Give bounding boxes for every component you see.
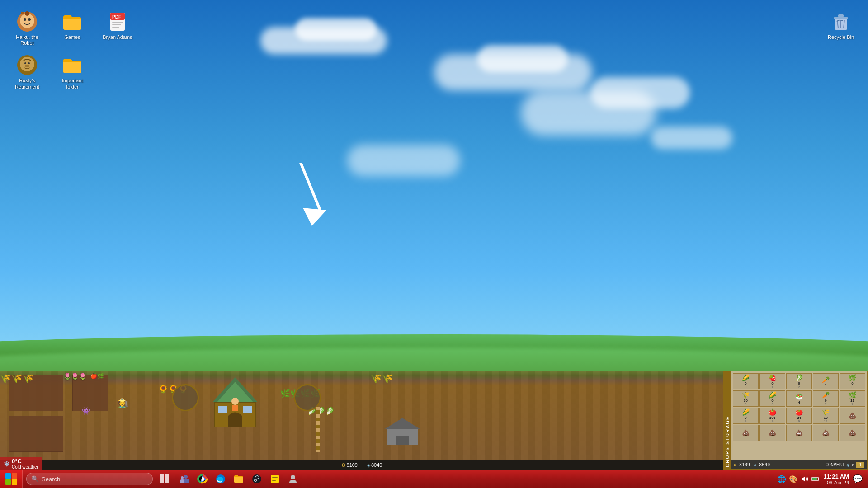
rustys-label: Rusty's Retirement [15, 78, 39, 89]
clock-time: 11:21 AM [823, 473, 849, 480]
barn [208, 375, 262, 429]
crop-icon-10: 🌽 [742, 408, 750, 416]
ladder [316, 407, 320, 452]
svg-text:PDF: PDF [112, 14, 121, 19]
crop-sub-6: 5 [772, 403, 774, 406]
crop-slot-9: 🌿 11 7 [840, 390, 865, 407]
svg-rect-33 [396, 436, 409, 445]
currency-2-hud: ◈ 8040 [754, 462, 770, 467]
task-view-button[interactable] [156, 471, 173, 487]
crop-icon-13: 🌾 [822, 408, 830, 416]
merchant-area [384, 416, 420, 447]
currency-1-value: 8109 [347, 462, 358, 468]
crop-count-13: 10 [824, 416, 828, 420]
taskbar-steam[interactable] [249, 471, 265, 487]
crop-sub-11: 9 [772, 420, 774, 423]
crop-slot-12: 🍅 24 9 [786, 408, 812, 424]
character-1: 🧑‍🌾 [118, 398, 129, 408]
svg-rect-40 [160, 479, 164, 483]
crop-sub-8: 7 [825, 403, 827, 406]
svg-marker-32 [384, 418, 420, 429]
crop-icon-7: 🥗 [795, 393, 803, 400]
crop-icon-0: 🌽 [742, 374, 750, 381]
start-button[interactable] [0, 470, 23, 488]
convert-separator: × [852, 462, 854, 467]
crop-count-4: 0 [851, 381, 853, 385]
svg-rect-19 [838, 14, 844, 17]
task-view-icon [160, 474, 170, 484]
crop-count-11: 101 [769, 416, 775, 420]
crop-icon-18: 💩 [822, 429, 830, 436]
crop-icon-16: 💩 [769, 429, 776, 436]
desktop-icon-bryan-adams[interactable]: PDF Bryan Adams [99, 9, 136, 48]
svg-rect-27 [218, 406, 227, 413]
crop-slot-3: 🥕 1 [813, 373, 839, 389]
clock-area[interactable]: 11:21 AM 06-Apr-24 [823, 473, 849, 485]
taskbar-teams[interactable] [176, 471, 193, 487]
desktop-icon-important-folder[interactable]: Important folder [54, 52, 90, 91]
svg-rect-39 [165, 474, 169, 479]
crop-icon-14: 💩 [849, 412, 856, 419]
crop-slot-8: 🥕 0 7 [813, 390, 839, 407]
svg-marker-21 [303, 208, 326, 226]
chrome-icon [197, 474, 208, 484]
crop-slot-4: 🌿 0 3 [840, 373, 865, 389]
taskbar-account[interactable] [285, 471, 301, 487]
taskbar-explorer[interactable] [231, 471, 247, 487]
crop-icon-12: 🍅 [795, 408, 803, 416]
taskbar: 🔍 Search [0, 470, 868, 488]
svg-rect-30 [232, 405, 238, 411]
notes-icon [269, 474, 280, 484]
crop-slot-15: 💩 [733, 425, 759, 441]
cloud-7 [651, 127, 732, 149]
plant-1: 🌷🌷🌷 [63, 373, 86, 380]
crop-count-7: 4 [798, 400, 800, 404]
crop-icon-2: 🥬 [795, 374, 803, 381]
crop-slot-10: 🌽 0 9 [733, 408, 759, 424]
currency-2-stat: ◈ 8040 [367, 462, 382, 468]
game-area: 🌷🌷🌷 🍎🌿 🌻🌻🌻 [0, 371, 868, 470]
tray-network-icon[interactable]: 🌐 [777, 475, 786, 483]
convert-bar: ⚙ 8109 ◈ 8040 CONVERT ◈ × 1 [731, 460, 867, 469]
taskbar-notes[interactable] [267, 471, 283, 487]
recycle-bin-icon[interactable]: Recycle Bin [823, 9, 859, 42]
svg-rect-9 [112, 22, 123, 23]
desktop-icon-rustys-retirement[interactable]: Rusty's Retirement [9, 52, 45, 91]
svg-rect-45 [180, 479, 184, 483]
desktop-icon-games[interactable]: Games [54, 9, 90, 48]
gem-icon: ◈ [367, 462, 370, 468]
cloud-2 [295, 18, 377, 41]
taskbar-apps [176, 471, 301, 487]
crop-sub-13: 12 [824, 420, 828, 423]
cloud-8 [347, 145, 460, 176]
svg-rect-58 [818, 478, 819, 480]
crop-count-3: 1 [825, 383, 826, 387]
taskbar-edge[interactable] [212, 471, 229, 487]
soil-patch-2 [72, 375, 108, 411]
crop-icon-4: 🌿 [849, 374, 856, 381]
search-bar[interactable]: 🔍 Search [26, 473, 153, 485]
haiku-icon [16, 11, 38, 33]
games-label: Games [64, 34, 80, 40]
thresher-1 [172, 384, 199, 411]
convert-button[interactable]: 1 [856, 462, 864, 468]
crop-count-10: 0 [745, 416, 746, 420]
weather-widget: ❄️ 0°C Cold weather [0, 457, 42, 470]
crop-sub-10: 9 [745, 420, 747, 423]
tray-battery-icon[interactable] [811, 475, 820, 483]
notification-icon[interactable]: 💬 [853, 474, 863, 484]
windows-logo [5, 473, 18, 485]
tray-color-icon[interactable]: 🎨 [789, 475, 798, 483]
weather-icon: ❄️ [4, 461, 10, 467]
crop-sub-0: 0 [745, 385, 747, 389]
crops-storage-panel: CROPS STORAGE 🌽 0 0 🍓 0 1 🥬 0 2 🥕 1 [723, 371, 868, 470]
svg-rect-37 [12, 479, 17, 485]
taskbar-chrome[interactable] [194, 471, 211, 487]
svg-point-51 [255, 480, 256, 481]
crops-storage-label: CROPS STORAGE [724, 371, 731, 469]
desktop-icon-haiku[interactable]: Haiku, the Robot [9, 9, 45, 48]
svg-point-29 [231, 398, 239, 405]
explorer-icon [233, 474, 244, 484]
edge-trees-2: 🌾🌾 [371, 373, 393, 384]
tray-volume-icon[interactable] [801, 475, 809, 483]
